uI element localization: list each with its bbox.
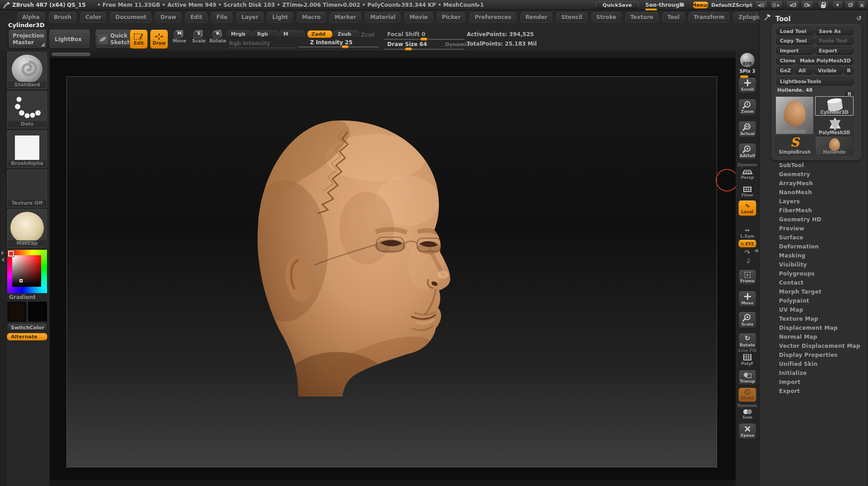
subpalette-item[interactable]: FiberMesh — [760, 206, 865, 215]
clone-button[interactable]: Clone — [776, 57, 795, 65]
zoom-button[interactable]: ↕ Zoom — [738, 99, 756, 116]
goz-visible-button[interactable]: Visible — [814, 67, 843, 75]
color-picker-sv-field[interactable] — [12, 255, 41, 287]
menu-item[interactable]: Edit — [185, 12, 207, 23]
menu-item[interactable]: Layer — [236, 12, 263, 23]
move-mode-button[interactable]: M Move — [170, 30, 188, 43]
menu-item[interactable]: Movie — [404, 12, 432, 23]
subpalette-item[interactable]: ArrayMesh — [760, 179, 865, 188]
solo-button[interactable]: Solo — [738, 408, 756, 421]
subpalette-item[interactable]: Polygroups — [760, 269, 865, 278]
prev-window-button[interactable]: ◀ — [786, 1, 799, 9]
lock-button[interactable] — [817, 1, 829, 9]
panel-reset-icon[interactable]: ↺ — [856, 14, 862, 22]
goz-r-button[interactable]: R — [844, 67, 854, 75]
load-tool-button[interactable]: Load Tool — [776, 28, 814, 35]
divider-right-button[interactable]: ▶ — [769, 1, 783, 9]
menu-item[interactable]: Alpha — [17, 12, 45, 23]
subpalette-item[interactable]: UV Map — [760, 305, 865, 314]
see-through-label[interactable]: See-through — [645, 2, 683, 8]
paste-tool-button[interactable]: Paste Tool — [815, 37, 854, 45]
lsym-button[interactable]: ↔ L.Sym — [738, 226, 756, 240]
menu-item[interactable]: Transform — [689, 12, 729, 23]
divider-grip[interactable] — [1, 173, 5, 299]
menu-item[interactable]: Material — [365, 12, 400, 23]
xyz-button[interactable]: ↻ XYZ — [738, 240, 756, 248]
goz-button[interactable]: GoZ — [776, 67, 793, 75]
rgb-intensity-slider[interactable]: Rgb Intensity — [229, 40, 270, 47]
tool-thumb-simplebrush[interactable]: S SimpleBrush — [775, 136, 814, 155]
current-material-thumb[interactable]: MatCap Skeleton — [7, 209, 47, 248]
current-texture-thumb[interactable]: Texture Off — [7, 170, 47, 207]
transp-button[interactable]: Transp — [738, 370, 756, 385]
draw-size-slider[interactable]: Draw Size 64 — [387, 41, 427, 47]
current-alpha-thumb[interactable]: BrushAlpha — [7, 131, 47, 168]
menu-item[interactable]: Preferences — [469, 12, 516, 23]
goz-all-button[interactable]: All — [795, 67, 813, 75]
canvas-move-button[interactable]: Move — [738, 291, 756, 307]
scale-mode-button[interactable]: S Scale — [190, 30, 208, 43]
zsub-button[interactable]: Zsub — [333, 30, 359, 38]
menu-item[interactable]: Color — [80, 12, 106, 23]
active-tool-slider[interactable]: Hollande. 48 — [777, 87, 812, 93]
left-divider-strip[interactable] — [0, 51, 6, 486]
lightbox-tools-button[interactable]: Lightbox▸Tools — [776, 78, 854, 85]
menus-toggle-button[interactable]: Menus — [692, 1, 709, 9]
subpalette-item[interactable]: Display Properties — [760, 350, 865, 360]
divider-left-button[interactable]: ◀ — [755, 1, 768, 9]
rgb-button[interactable]: Rgb — [253, 30, 278, 38]
aahalf-button[interactable]: ▪ AAHalf — [738, 144, 756, 160]
document-area[interactable] — [66, 76, 717, 467]
gradient-label[interactable]: Gradient — [9, 294, 36, 300]
menu-item[interactable]: Macro — [297, 12, 325, 23]
subpalette-item[interactable]: Geometry HD — [760, 215, 865, 224]
subpalette-item[interactable]: Vector Displacement Map — [760, 341, 865, 350]
subpalette-item[interactable]: Deformation — [760, 242, 865, 251]
panel-collapse-arrow[interactable]: ◀ — [754, 248, 758, 253]
rotate-mode-button[interactable]: R Rotate — [209, 30, 227, 43]
dynamic-solo-label[interactable]: Dynamic — [737, 403, 757, 408]
sculpted-head-model[interactable] — [229, 114, 473, 397]
subpalette-item[interactable]: Masking — [760, 251, 865, 260]
draw-size-handle[interactable] — [405, 47, 412, 51]
subpalette-item[interactable]: Preview — [760, 224, 865, 233]
dynamic-persp-label[interactable]: Dynamic — [737, 163, 757, 167]
menu-item[interactable]: Document — [110, 12, 151, 23]
subpalette-item[interactable]: Morph Target — [760, 287, 865, 296]
copy-tool-button[interactable]: Copy Tool — [776, 37, 814, 45]
edit-mode-button[interactable]: Edit — [130, 30, 148, 49]
ghost-button[interactable]: Ghost — [738, 388, 756, 402]
draw-mode-button[interactable]: Draw — [150, 30, 168, 49]
color-picker[interactable] — [7, 250, 47, 293]
spin-y-button[interactable]: ↷ — [745, 249, 751, 256]
subpalette-item[interactable]: Import — [760, 378, 865, 387]
subpalette-item[interactable]: Texture Map — [760, 314, 865, 323]
line-fill-label[interactable]: Line Fill — [738, 348, 756, 353]
scroll-button[interactable]: Scroll — [738, 78, 756, 93]
canvas-rotate-button[interactable]: ↻ Rotate — [738, 333, 756, 349]
save-as-button[interactable]: Save As — [815, 28, 854, 35]
subpalette-item[interactable]: Displacement Map — [760, 323, 865, 332]
menu-item[interactable]: File — [211, 12, 233, 23]
menu-item[interactable]: Draw — [155, 12, 181, 23]
spix-slider-label[interactable]: SPix 3 — [740, 69, 755, 74]
rgb-intensity-track[interactable] — [228, 47, 296, 48]
export-button[interactable]: Export — [815, 47, 854, 55]
xpose-button[interactable]: Xpose — [738, 424, 756, 439]
tool-thumb-hollande-small[interactable]: Hollande — [815, 136, 854, 155]
subpalette-item[interactable]: Normal Map — [760, 332, 865, 341]
import-button[interactable]: Import — [776, 47, 814, 55]
subpalette-item[interactable]: Unified Skin — [760, 360, 865, 369]
make-polymesh3d-button[interactable]: Make PolyMesh3D — [796, 57, 854, 65]
floor-button[interactable]: Floor — [738, 185, 756, 199]
frame-button[interactable]: Frame — [738, 270, 756, 285]
subpalette-item[interactable]: Initialize — [760, 369, 865, 378]
sculpt-canvas[interactable] — [50, 51, 736, 486]
subpalette-item[interactable]: SubTool — [760, 161, 865, 170]
actual-button[interactable]: x1 Actual — [738, 122, 756, 138]
menu-item[interactable]: Picker — [437, 12, 466, 23]
tool-thumb-cylinder3d[interactable]: Cylinder3D — [815, 96, 854, 116]
alternate-button[interactable]: Alternate — [7, 333, 47, 341]
menu-item[interactable]: Tool — [662, 12, 685, 23]
minimize-button[interactable]: ▼ — [832, 1, 843, 9]
